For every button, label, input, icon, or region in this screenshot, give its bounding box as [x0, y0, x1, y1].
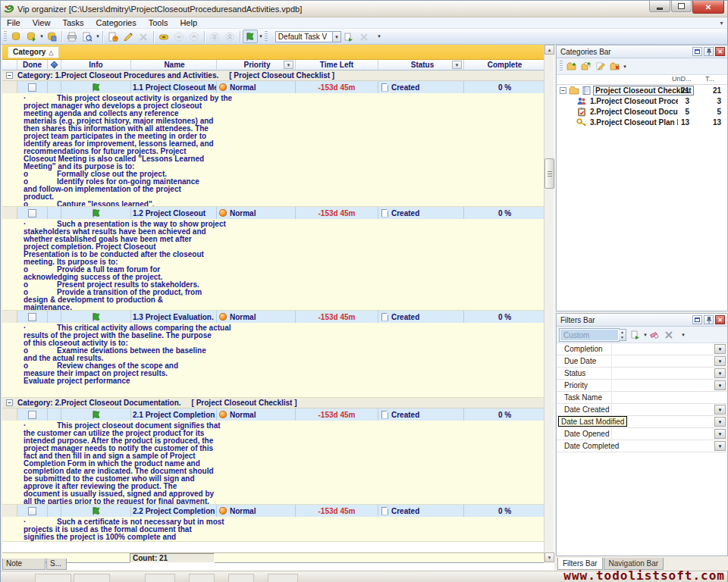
- filter-row-date-created[interactable]: Date Created▼: [557, 404, 727, 416]
- filter-row-date-last-modified[interactable]: Date Last Modified▼: [557, 416, 727, 428]
- column-header-timeleft[interactable]: Time Left: [296, 60, 378, 70]
- panel-pin-button[interactable]: [704, 315, 714, 324]
- column-header-name[interactable]: Name: [131, 60, 217, 70]
- tree-item[interactable]: 1.Project Closeout Procedures33: [557, 95, 727, 106]
- panel-close-button[interactable]: ✕: [715, 315, 725, 324]
- task-row[interactable]: 2.1 Project Completion Form.Normal-153d …: [2, 408, 544, 421]
- new-subcategory-button[interactable]: [579, 60, 593, 74]
- task-view-combo[interactable]: Default Task V: [275, 31, 333, 42]
- clear-filter-button[interactable]: [648, 328, 662, 342]
- filter-row-due-date[interactable]: Due Date▼: [557, 355, 727, 368]
- taskbar-button[interactable]: [35, 574, 71, 582]
- apply-view-button[interactable]: [341, 30, 356, 43]
- column-filter-dropdown[interactable]: ▼: [284, 61, 293, 69]
- delete-category-button[interactable]: [607, 60, 622, 74]
- done-checkbox[interactable]: [28, 209, 36, 217]
- scroll-down-button[interactable]: ▼: [544, 552, 554, 562]
- clear-view-button[interactable]: [356, 30, 372, 43]
- column-header-done[interactable]: Done: [17, 60, 48, 70]
- task-row[interactable]: 2.2 Project CompletionNormal-153d 45mCre…: [2, 505, 544, 517]
- filter-dropdown-button[interactable]: ▼: [714, 368, 726, 378]
- panel-close-button[interactable]: ✕: [715, 47, 725, 56]
- category-group-row[interactable]: −Category: 1.Project Closeout Procedures…: [2, 70, 544, 81]
- new-task-button[interactable]: [105, 30, 121, 43]
- category-group-row[interactable]: −Category: 2.Project Closeout Documentat…: [2, 398, 544, 408]
- panel-restore-button[interactable]: [692, 315, 702, 324]
- tree-item[interactable]: 3.Project Closeout Plan Examp1313: [557, 117, 727, 127]
- task-row[interactable]: 1.2 Project CloseoutNormal-153d 45mCreat…: [2, 207, 544, 219]
- filter-row-task-name[interactable]: Task Name: [557, 392, 727, 404]
- edit-category-button[interactable]: [593, 60, 607, 74]
- done-checkbox[interactable]: [28, 411, 36, 419]
- toolbar-overflow-icon[interactable]: ▼: [681, 333, 686, 337]
- scroll-up-button[interactable]: ▲: [544, 45, 554, 55]
- menu-overflow-icon[interactable]: ▼: [719, 20, 724, 26]
- filter-row-date-completed[interactable]: Date Completed▼: [557, 440, 727, 452]
- filter-dropdown-button[interactable]: ▼: [714, 344, 726, 354]
- column-header-info[interactable]: Info: [61, 60, 131, 70]
- filter-row-date-opened[interactable]: Date Opened▼: [557, 428, 727, 440]
- done-checkbox[interactable]: [28, 313, 36, 321]
- menu-tools[interactable]: Tools: [143, 17, 174, 29]
- filter-row-completion[interactable]: Completion▼: [557, 343, 727, 355]
- collapse-icon[interactable]: −: [560, 87, 566, 94]
- filter-dropdown-button[interactable]: ▼: [714, 417, 726, 427]
- combo-spinner-icon[interactable]: ▼: [333, 31, 341, 42]
- apply-filter-button[interactable]: [628, 328, 642, 342]
- filter-dropdown-button[interactable]: ▼: [714, 380, 726, 390]
- print-preview-button[interactable]: [80, 30, 95, 43]
- note-tab-note[interactable]: Note: [2, 559, 46, 570]
- menu-file[interactable]: File: [1, 17, 27, 29]
- column-header-status[interactable]: Status▼: [378, 60, 464, 70]
- taskbar-button[interactable]: [189, 574, 215, 582]
- column-filter-dropdown[interactable]: ▼: [452, 61, 462, 69]
- filter-dropdown-button[interactable]: ▼: [714, 429, 726, 439]
- panel-restore-button[interactable]: [692, 47, 702, 56]
- done-checkbox[interactable]: [28, 507, 36, 515]
- column-header-margin[interactable]: [2, 60, 17, 70]
- filter-dropdown-button[interactable]: ▼: [714, 441, 726, 451]
- minimize-button[interactable]: [649, 1, 670, 12]
- note-tab-ellipsis[interactable]: S...: [46, 559, 67, 570]
- filter-row-status[interactable]: Status▼: [557, 368, 727, 380]
- move-up-button[interactable]: [187, 30, 202, 43]
- toolbar-overflow-button[interactable]: ▼: [372, 30, 387, 43]
- tree-item[interactable]: −Project Closeout Checklist2121: [557, 85, 727, 95]
- column-header-complete[interactable]: Complete: [464, 60, 545, 70]
- menu-help[interactable]: Help: [174, 17, 203, 29]
- task-row[interactable]: 1.3 Project Evaluation.Normal-153d 45mCr…: [2, 311, 544, 323]
- column-header-priority[interactable]: Priority▼: [217, 60, 296, 70]
- delete-filter-button[interactable]: [662, 328, 676, 342]
- delete-task-button[interactable]: [136, 30, 151, 43]
- scrollbar-thumb[interactable]: [544, 158, 554, 189]
- menu-view[interactable]: View: [27, 17, 57, 29]
- save-database-button[interactable]: [44, 30, 59, 43]
- task-view-flag-button[interactable]: [243, 30, 258, 43]
- done-checkbox[interactable]: [28, 83, 36, 92]
- filter-preset-combo[interactable]: Custom: [560, 329, 619, 341]
- column-header-flag[interactable]: [48, 60, 61, 70]
- group-by-category-chip[interactable]: Category△: [8, 46, 59, 58]
- vertical-scrollbar[interactable]: ▲ ▼: [544, 45, 554, 563]
- move-bottom-button[interactable]: [207, 30, 222, 43]
- menu-categories[interactable]: Categories: [90, 17, 143, 29]
- taskbar-button[interactable]: [74, 574, 110, 582]
- move-down-button[interactable]: [171, 30, 187, 43]
- close-button[interactable]: ✕: [692, 1, 724, 14]
- task-row[interactable]: 1.1 Project Closeout Meeting.Normal-153d…: [2, 81, 544, 93]
- tree-item[interactable]: 2.Project Closeout Documenta55: [557, 106, 727, 117]
- taskbar-button[interactable]: [268, 574, 298, 582]
- filter-dropdown-button[interactable]: ▼: [714, 356, 726, 366]
- collapse-icon[interactable]: −: [6, 399, 13, 406]
- filter-dropdown-button[interactable]: ▼: [714, 405, 726, 415]
- open-database-button[interactable]: [24, 30, 39, 43]
- new-database-button[interactable]: [8, 30, 24, 43]
- collapse-icon[interactable]: −: [6, 72, 13, 79]
- panel-pin-button[interactable]: [704, 47, 714, 56]
- maximize-button[interactable]: [671, 1, 692, 12]
- edit-task-button[interactable]: [121, 30, 136, 43]
- menu-tasks[interactable]: Tasks: [56, 17, 89, 29]
- print-button[interactable]: [64, 30, 80, 43]
- filter-row-priority[interactable]: Priority▼: [557, 380, 727, 392]
- combo-spinner-icon[interactable]: ▲▼: [619, 329, 626, 341]
